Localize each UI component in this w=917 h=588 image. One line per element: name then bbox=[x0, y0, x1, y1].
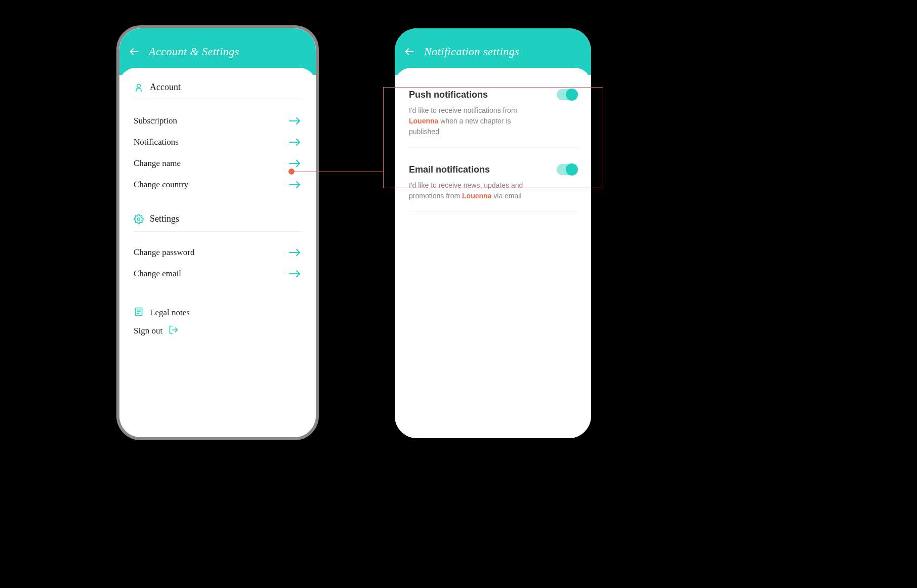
row-notifications[interactable]: Notifications bbox=[134, 132, 302, 153]
arrow-right-icon bbox=[288, 158, 302, 169]
email-notifications-block: Email notifications I'd like to receive … bbox=[409, 157, 577, 212]
content-area: Account Subscription Notifications Chang… bbox=[119, 68, 316, 437]
row-label: Notifications bbox=[134, 137, 179, 147]
document-icon bbox=[134, 307, 144, 319]
row-label: Change password bbox=[134, 247, 194, 258]
legal-notes-label: Legal notes bbox=[150, 308, 190, 318]
section-header-settings: Settings bbox=[134, 214, 302, 232]
row-subscription[interactable]: Subscription bbox=[134, 110, 302, 132]
section-header-account: Account bbox=[134, 82, 302, 100]
email-notifications-description: I'd like to receive news, updates and pr… bbox=[409, 180, 525, 201]
row-change-name[interactable]: Change name bbox=[134, 153, 302, 174]
brand-name: Louenna bbox=[462, 192, 491, 200]
section-title-account: Account bbox=[150, 82, 181, 93]
back-arrow-icon[interactable] bbox=[129, 46, 140, 57]
push-notifications-description: I'd like to receive notifications from L… bbox=[409, 105, 525, 137]
row-label: Change name bbox=[134, 158, 181, 169]
sign-out-button[interactable]: Sign out bbox=[134, 320, 302, 342]
desc-text: via email bbox=[491, 192, 521, 200]
sign-out-label: Sign out bbox=[134, 326, 162, 336]
page-title: Account & Settings bbox=[149, 45, 239, 58]
push-notifications-toggle[interactable] bbox=[557, 89, 577, 100]
callout-connector-line bbox=[291, 172, 383, 172]
brand-name: Louenna bbox=[409, 117, 438, 125]
logout-icon bbox=[169, 325, 179, 337]
phone-mockup-notifications: Notification settings Push notifications… bbox=[395, 28, 591, 438]
callout-dot-icon bbox=[288, 169, 295, 175]
push-notifications-block: Push notifications I'd like to receive n… bbox=[409, 82, 577, 148]
arrow-right-icon bbox=[288, 269, 302, 279]
svg-point-1 bbox=[137, 84, 141, 88]
back-arrow-icon[interactable] bbox=[404, 46, 415, 57]
phone-mockup-settings: Account & Settings Account Subscription … bbox=[116, 25, 319, 440]
email-notifications-title: Email notifications bbox=[409, 164, 490, 175]
row-change-email[interactable]: Change email bbox=[134, 263, 302, 284]
account-items-list: Subscription Notifications Change name C… bbox=[134, 110, 302, 195]
section-title-settings: Settings bbox=[150, 214, 179, 224]
arrow-right-icon bbox=[288, 116, 302, 126]
gear-icon bbox=[134, 214, 144, 224]
settings-items-list: Change password Change email bbox=[134, 242, 302, 284]
push-notifications-title: Push notifications bbox=[409, 90, 488, 100]
arrow-right-icon bbox=[288, 180, 302, 190]
desc-text: I'd like to receive notifications from bbox=[409, 106, 517, 114]
row-label: Change email bbox=[134, 269, 181, 279]
content-area: Push notifications I'd like to receive n… bbox=[395, 68, 591, 438]
arrow-right-icon bbox=[288, 137, 302, 147]
page-title: Notification settings bbox=[424, 45, 519, 58]
user-icon bbox=[134, 82, 144, 93]
row-change-password[interactable]: Change password bbox=[134, 242, 302, 263]
arrow-right-icon bbox=[288, 247, 302, 258]
row-label: Change country bbox=[134, 180, 188, 190]
row-label: Subscription bbox=[134, 116, 177, 126]
email-notifications-toggle[interactable] bbox=[557, 164, 577, 175]
row-change-country[interactable]: Change country bbox=[134, 174, 302, 195]
svg-point-6 bbox=[138, 218, 140, 220]
